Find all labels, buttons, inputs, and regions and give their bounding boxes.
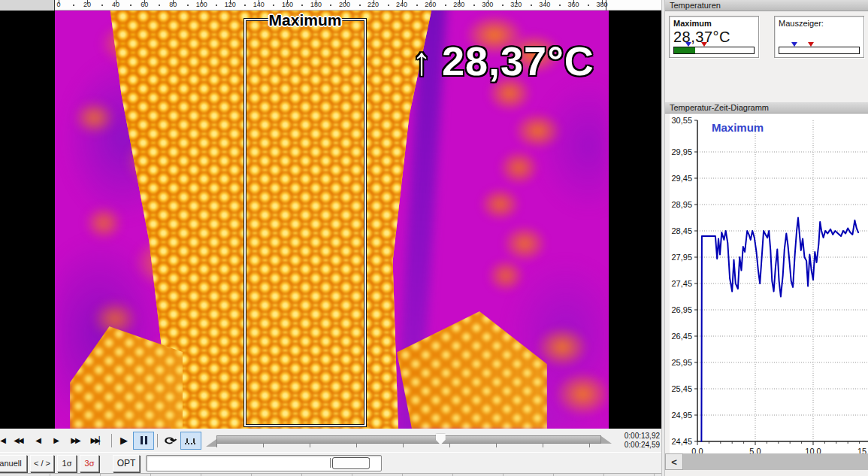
maximum-temp-box: Maximum 28,37°C [669,16,759,58]
mauszeiger-bar [779,47,860,54]
svg-text:28,45: 28,45 [671,226,692,235]
manuell-button[interactable]: anuell [0,455,27,472]
step-back-button[interactable]: ◀ [29,432,47,450]
separator [111,434,112,447]
rewind-button[interactable]: ◀◀ [8,432,29,450]
up-arrow-icon: ↑ [412,38,431,83]
svg-text:30,55: 30,55 [671,116,692,125]
svg-text:29,95: 29,95 [671,147,692,156]
loop-icon: ⟳ [165,435,177,447]
mauszeiger-label: Mauszeiger: [779,19,860,28]
chart-scrollbar: < [665,453,868,470]
range-slider-field[interactable] [146,455,382,471]
timeline-ticks [216,444,601,447]
chart-canvas: 30,5529,9529,4528,9528,4527,9527,4526,95… [665,114,868,453]
maximum-bar-blue-marker [685,42,691,47]
timeline-markers-icon [185,437,197,444]
bottom-toolbar: anuell < / > 1σ 3σ OPT [0,452,661,474]
scroll-left-button[interactable]: < [665,453,683,470]
track-end-wedge [601,436,612,444]
range-slider-thumb[interactable] [332,457,370,469]
svg-text:24,95: 24,95 [671,411,692,420]
loop-button[interactable]: ⟳ [161,432,180,450]
maximum-temp-bar [673,47,755,54]
maximum-label: Maximum [673,19,755,28]
skip-start-button[interactable]: ◀ [0,432,8,450]
maximum-bar-green-fill [674,47,695,53]
svg-text:27,45: 27,45 [671,279,692,288]
svg-text:25,45: 25,45 [671,384,692,393]
status-bar [0,473,661,476]
ruler-start-mark [54,0,55,11]
thermal-image-viewport[interactable]: Maximum ↑ 28,37°C [0,11,661,429]
side-panel: Temperaturen Maximum 28,37°C Mauszeiger:… [665,0,868,476]
max-temp-overlay: ↑ 28,37°C [412,38,594,84]
max-temp-value: 28,37°C [442,38,594,84]
svg-text:5,0: 5,0 [749,447,761,453]
track-start-wedge [206,439,216,447]
play-button[interactable]: ▶ [115,432,133,450]
mauszeiger-bar-red-marker [808,42,814,47]
three-sigma-button[interactable]: 3σ [80,455,99,472]
svg-text:10,0: 10,0 [805,447,821,453]
temperature-time-chart: 30,5529,9529,4528,9528,4527,9527,4526,95… [665,114,868,453]
svg-text:29,45: 29,45 [671,174,692,183]
current-time: 0:00:13,92 [616,432,660,441]
svg-text:Maximum: Maximum [712,121,764,134]
fast-forward-button[interactable]: ▶▶ [65,432,86,450]
opt-button[interactable]: OPT [113,455,140,472]
timeline-slider[interactable] [216,431,612,450]
total-time: 0:00:24,59 [616,441,660,450]
mauszeiger-bar-blue-marker [791,42,797,47]
svg-text:15: 15 [857,447,866,453]
one-sigma-button[interactable]: 1σ [57,455,77,472]
separator [157,434,158,447]
prev-next-button[interactable]: < / > [30,455,54,472]
roi-label: Maximum [269,11,342,29]
playback-bar: ◀ ◀◀ ◀ ▶ ▶▶ ▶▶▏ ▶ ⟳ [0,429,661,453]
timeline-markers-button[interactable] [180,432,201,450]
thermal-imaging-app: 0204060801001201401601802002202402602803… [0,0,868,476]
svg-text:28,95: 28,95 [671,200,692,209]
slider-tick [330,458,331,468]
chart-panel-header: Temperatur-Zeit-Diagramm [665,102,868,114]
time-display: 0:00:13,92 0:00:24,59 [616,432,661,450]
slider-tick [369,458,370,468]
svg-text:25,95: 25,95 [671,358,692,367]
timeline-track[interactable] [216,435,601,444]
skip-end-button[interactable]: ▶▶▏ [86,432,108,450]
svg-text:0,0: 0,0 [691,447,703,453]
maximum-bar-red-marker [701,42,707,47]
temperature-boxes: Maximum 28,37°C Mauszeiger: [665,11,868,102]
temperatures-panel-header: Temperaturen [665,0,868,11]
main-area: 0204060801001201401601802002202402602803… [0,0,661,476]
svg-text:26,45: 26,45 [671,332,692,341]
scroll-track[interactable] [683,453,868,470]
svg-text:26,95: 26,95 [671,305,692,314]
svg-text:24,45: 24,45 [671,437,692,446]
svg-text:27,95: 27,95 [671,253,692,262]
mauszeiger-box: Mauszeiger: [774,16,864,58]
pause-icon [141,436,147,444]
horizontal-ruler: 0204060801001201401601802002202402602803… [0,0,661,11]
step-forward-button[interactable]: ▶ [47,432,65,450]
pause-button[interactable] [133,432,154,450]
roi-rectangle[interactable]: Maximum [244,19,366,426]
panel-filler [665,470,868,476]
